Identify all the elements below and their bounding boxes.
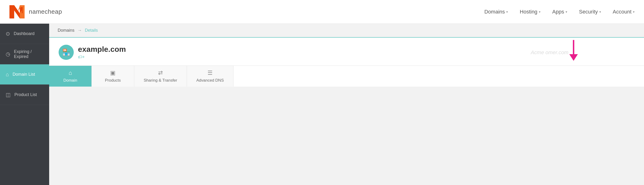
- domain-header: 🏪 example.com 🏷+ Acme omer.com: [58, 45, 634, 66]
- tab-products[interactable]: ▣ Products: [92, 66, 134, 87]
- main-layout: ⊙ Dashboard ◷ Expiring / Expired ⌂ Domai…: [0, 24, 644, 185]
- sidebar-label-expiring: Expiring / Expired: [14, 49, 44, 59]
- sidebar-item-domain-list[interactable]: ⌂ Domain List: [0, 64, 49, 85]
- sidebar: ⊙ Dashboard ◷ Expiring / Expired ⌂ Domai…: [0, 24, 49, 185]
- dns-tab-icon: ☰: [208, 70, 213, 76]
- chevron-down-icon: ▾: [633, 10, 634, 14]
- top-navigation: namecheap Domains ▾ Hosting ▾ Apps ▾ Sec…: [0, 0, 644, 24]
- chevron-down-icon: ▾: [599, 10, 601, 14]
- namecheap-logo-icon: [10, 5, 26, 19]
- sidebar-label-domain-list: Domain List: [12, 72, 35, 77]
- tag-plus-icon[interactable]: 🏷+: [78, 55, 126, 60]
- nav-label-security: Security: [579, 9, 598, 15]
- dashboard-icon: ⊙: [6, 31, 10, 37]
- sidebar-label-product-list: Product List: [14, 92, 37, 97]
- tab-label-sharing-transfer: Sharing & Transfer: [144, 78, 177, 83]
- breadcrumb: Domains → Details: [49, 24, 644, 38]
- box-icon: ◫: [6, 92, 11, 98]
- sidebar-item-dashboard[interactable]: ⊙ Dashboard: [0, 24, 49, 44]
- domain-avatar: 🏪: [58, 45, 74, 60]
- clock-icon: ◷: [6, 51, 10, 57]
- arrow-annotation: [569, 40, 578, 61]
- chevron-down-icon: ▾: [566, 10, 567, 14]
- chevron-down-icon: ▾: [539, 10, 540, 14]
- sidebar-item-expiring[interactable]: ◷ Expiring / Expired: [0, 44, 49, 64]
- nav-label-hosting: Hosting: [520, 9, 538, 15]
- home-tab-icon: ⌂: [68, 70, 72, 76]
- breadcrumb-parent: Domains: [58, 28, 74, 33]
- tab-label-products: Products: [105, 78, 121, 83]
- nav-item-apps[interactable]: Apps ▾: [552, 9, 567, 15]
- nav-label-domains: Domains: [484, 9, 505, 15]
- tab-domain[interactable]: ⌂ Domain: [49, 66, 92, 87]
- nav-item-hosting[interactable]: Hosting ▾: [520, 9, 540, 15]
- breadcrumb-current: Details: [85, 28, 98, 33]
- breadcrumb-arrow: →: [78, 28, 82, 33]
- nav-label-account: Account: [613, 9, 632, 15]
- nav-links: Domains ▾ Hosting ▾ Apps ▾ Security ▾ Ac…: [484, 9, 634, 15]
- tab-advanced-dns[interactable]: ☰ Advanced DNS: [187, 66, 234, 87]
- arrow-head: [569, 54, 578, 61]
- nav-label-apps: Apps: [552, 9, 564, 15]
- nav-item-domains[interactable]: Domains ▾: [484, 9, 508, 15]
- home-icon: ⌂: [6, 71, 9, 78]
- domain-tabs: ⌂ Domain ▣ Products ⇄ Sharing & Transfer…: [49, 66, 644, 87]
- nav-item-security[interactable]: Security ▾: [579, 9, 601, 15]
- logo-area[interactable]: namecheap: [10, 5, 62, 19]
- store-icon: 🏪: [62, 49, 70, 56]
- arrow-line: [573, 40, 574, 54]
- transfer-tab-icon: ⇄: [158, 70, 163, 76]
- sidebar-label-dashboard: Dashboard: [14, 31, 34, 36]
- domain-detail: 🏪 example.com 🏷+ Acme omer.com: [49, 38, 644, 87]
- namecheap-logo-text: namecheap: [29, 8, 62, 15]
- tab-sharing-transfer[interactable]: ⇄ Sharing & Transfer: [134, 66, 187, 87]
- chevron-down-icon: ▾: [506, 10, 508, 14]
- domain-name-block: example.com 🏷+: [78, 45, 126, 60]
- tab-label-advanced-dns: Advanced DNS: [196, 78, 224, 83]
- domain-name: example.com: [78, 45, 126, 54]
- content-area: Domains → Details 🏪 example.com 🏷+ Acme …: [49, 24, 644, 185]
- watermark-text: Acme omer.com: [531, 50, 568, 56]
- tab-label-domain: Domain: [63, 78, 77, 83]
- sidebar-item-product-list[interactable]: ◫ Product List: [0, 85, 49, 105]
- products-tab-icon: ▣: [110, 70, 116, 76]
- nav-item-account[interactable]: Account ▾: [613, 9, 635, 15]
